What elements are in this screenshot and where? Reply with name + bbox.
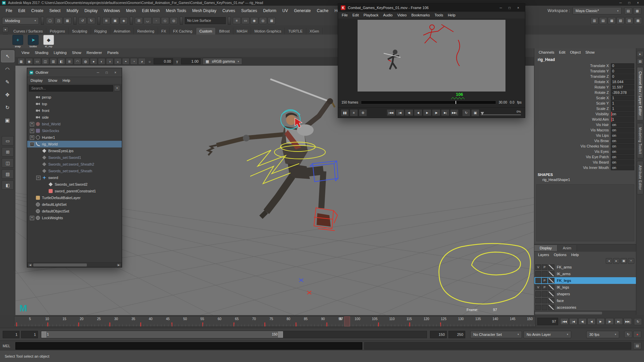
layer-display-type-swatch[interactable] bbox=[548, 264, 554, 270]
sidebar-vertical-tab[interactable]: Channel Box / Layer Editor bbox=[637, 67, 643, 120]
channel-row[interactable]: Scale X 1 bbox=[534, 95, 636, 101]
go-to-end-button[interactable]: ▶▶| bbox=[450, 109, 459, 116]
snap-to-curve-icon[interactable]: ◡ bbox=[144, 17, 152, 24]
menu-item[interactable]: Mesh bbox=[123, 8, 139, 13]
channel-box-menu-item[interactable]: Edit bbox=[556, 50, 568, 54]
shadows-icon[interactable]: ◒ bbox=[114, 58, 121, 65]
menu-item[interactable]: Create bbox=[28, 8, 46, 13]
channel-row[interactable]: Visibility on bbox=[534, 111, 636, 117]
display-layer-row[interactable]: V P FK_arms bbox=[534, 264, 636, 270]
loop-playback-icon[interactable]: ↻ bbox=[462, 109, 470, 116]
construction-history-icon[interactable]: ≡ bbox=[233, 17, 241, 24]
channel-value-field[interactable]: on bbox=[611, 144, 634, 149]
move-layer-up-icon[interactable]: ◂ bbox=[606, 258, 612, 264]
channel-row[interactable]: Vis Cheeks Nose on bbox=[534, 143, 636, 149]
grid-toggle-icon[interactable]: ▦ bbox=[17, 58, 25, 65]
scrollbar-thumb[interactable] bbox=[33, 263, 87, 266]
layer-display-type-swatch[interactable] bbox=[548, 298, 554, 303]
layer-editor-menu-item[interactable]: Layers bbox=[536, 253, 551, 257]
playback-options-icon[interactable]: ↻ bbox=[624, 331, 632, 338]
outliner-item[interactable]: TurtleDefaultBakeLayer bbox=[27, 194, 122, 201]
play-forwards-button[interactable]: ▶ bbox=[596, 318, 605, 325]
player-menu-item[interactable]: Edit bbox=[350, 13, 361, 17]
move-layer-down-icon[interactable]: ▸ bbox=[613, 258, 620, 264]
shelf-tab[interactable]: Polygons bbox=[46, 28, 68, 35]
channel-value-field[interactable]: 1 bbox=[611, 101, 634, 106]
range-handle-right[interactable] bbox=[278, 331, 283, 338]
outliner-item[interactable]: + Hunter1 bbox=[27, 134, 122, 141]
layer-playback-toggle[interactable]: P bbox=[542, 278, 547, 283]
player-title-bar[interactable]: K Combat_Games_KeyPoses_01.mov - Frame 1… bbox=[338, 4, 525, 12]
motion-blur-icon[interactable]: ◔ bbox=[130, 58, 138, 65]
maximize-button[interactable]: □ bbox=[103, 70, 111, 75]
channel-row[interactable]: Vis Eyes on bbox=[534, 149, 636, 154]
smooth-shade-icon[interactable]: ● bbox=[90, 58, 97, 65]
shelf-button[interactable]: ◆ kf_mp bbox=[42, 35, 55, 48]
scroll-left-icon[interactable]: ◀ bbox=[28, 263, 33, 267]
channel-value-field[interactable]: on bbox=[611, 165, 634, 170]
step-forward-frame-button[interactable]: |▶ bbox=[605, 318, 614, 325]
player-menu-item[interactable]: Playback bbox=[361, 13, 381, 17]
close-button[interactable]: × bbox=[514, 5, 522, 11]
channel-row[interactable]: Translate Z 0 bbox=[534, 74, 636, 79]
scale-tool[interactable]: ▣ bbox=[1, 115, 14, 126]
panel-menu-item[interactable]: Shading bbox=[32, 51, 51, 55]
go-to-start-button[interactable]: |◀◀ bbox=[387, 109, 395, 116]
play-forward-button[interactable]: ▶ bbox=[423, 109, 431, 116]
player-menu-item[interactable]: Help bbox=[445, 13, 458, 17]
video-display-area[interactable] bbox=[358, 20, 505, 92]
gate-mask-icon[interactable]: ▥ bbox=[50, 58, 57, 65]
collapse-panel-icon[interactable]: ▸ bbox=[637, 51, 644, 57]
resolution-gate-icon[interactable]: ◫ bbox=[42, 58, 49, 65]
auto-key-icon[interactable]: ● bbox=[633, 331, 641, 338]
copy-frame-icon[interactable]: ▣ bbox=[471, 109, 479, 116]
character-set-dropdown[interactable]: No Character Set bbox=[470, 331, 522, 338]
script-editor-icon[interactable]: ▤ bbox=[633, 342, 641, 349]
menu-item[interactable]: Edit bbox=[15, 8, 28, 13]
channel-value-field[interactable]: 18.044 bbox=[611, 79, 634, 84]
expand-toggle-icon[interactable]: + bbox=[30, 122, 34, 126]
channel-row[interactable]: Vis Brow on bbox=[534, 138, 636, 143]
layer-playback-toggle[interactable] bbox=[542, 271, 547, 277]
play-backwards-button[interactable]: ◀ bbox=[587, 318, 596, 325]
outliner-item[interactable]: Swords_set:Sword2 bbox=[27, 181, 122, 188]
outliner-item[interactable]: Swords_set:Sword1 bbox=[27, 154, 122, 161]
toggle-attribute-editor-icon[interactable]: ▥ bbox=[590, 17, 598, 24]
channel-value-field[interactable]: -359.378 bbox=[611, 90, 634, 95]
step-forward-frame-button[interactable]: |▶ bbox=[432, 109, 440, 116]
channel-value-field[interactable]: 0 bbox=[611, 74, 634, 79]
playback-loop-icon[interactable]: ↻ bbox=[634, 318, 642, 325]
step-back-frame-button[interactable]: ◀| bbox=[405, 109, 413, 116]
live-surface-field[interactable]: No Live Surface bbox=[185, 17, 226, 24]
panel-menu-item[interactable]: Renderer bbox=[84, 51, 105, 55]
channel-box-menu-item[interactable]: Object bbox=[568, 50, 583, 54]
minimize-button[interactable]: ─ bbox=[94, 70, 102, 75]
shelf-tab[interactable]: Rendering bbox=[134, 28, 158, 35]
workspace-dropdown[interactable]: Maya Classic* bbox=[573, 7, 622, 14]
new-scene-icon[interactable]: ▢ bbox=[46, 17, 54, 24]
channel-row[interactable]: Rotate Y 11.597 bbox=[534, 84, 636, 90]
sidebar-vertical-tab[interactable]: Modeling Toolkit bbox=[637, 123, 643, 159]
channel-box-menu-item[interactable]: Show bbox=[583, 50, 597, 54]
shelf-button[interactable]: + snap bbox=[11, 35, 24, 48]
ipr-render-icon[interactable]: ◎ bbox=[259, 17, 267, 24]
shelf-tab-menu-icon[interactable]: ▾ bbox=[2, 27, 8, 32]
menu-item[interactable]: Modify bbox=[63, 8, 81, 13]
select-object-icon[interactable]: ▣ bbox=[111, 17, 119, 24]
shelf-tab[interactable]: Sculpting bbox=[69, 28, 91, 35]
rotate-tool[interactable]: ↻ bbox=[1, 102, 14, 113]
outliner-item[interactable]: − sword bbox=[27, 174, 122, 181]
expand-toggle-icon[interactable]: − bbox=[30, 142, 34, 146]
statusline-collapse-handle[interactable] bbox=[228, 17, 231, 25]
scrollbar-thumb[interactable] bbox=[535, 312, 602, 314]
outliner-item[interactable]: BrowsEyesLips bbox=[27, 147, 122, 154]
selected-node-name[interactable]: rig_Head bbox=[534, 56, 636, 63]
player-menu-item[interactable]: Bookmarks bbox=[409, 13, 432, 17]
shelf-tab[interactable]: Curves / Surfaces bbox=[10, 28, 46, 35]
wireframe-icon[interactable]: ◍ bbox=[82, 58, 89, 65]
shelf-tab[interactable]: MASH bbox=[233, 28, 251, 35]
layer-visibility-toggle[interactable] bbox=[535, 271, 541, 277]
layout-single-pane-button[interactable]: ▭ bbox=[2, 136, 14, 145]
menu-item[interactable]: Curves bbox=[219, 8, 238, 13]
current-time-marker[interactable]: 97 bbox=[344, 316, 350, 326]
